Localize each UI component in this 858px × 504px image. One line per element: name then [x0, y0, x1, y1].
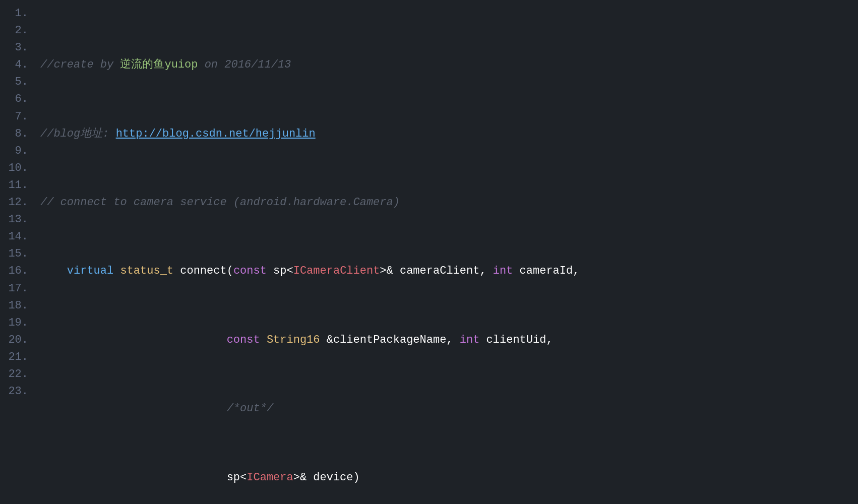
- code-line-4: virtual status_t connect(const sp<ICamer…: [40, 263, 848, 280]
- line-num-4: 4.: [8, 56, 28, 74]
- line-num-6: 6.: [8, 91, 28, 108]
- line-num-11: 11.: [8, 177, 28, 194]
- line-num-10: 10.: [8, 160, 28, 177]
- line-num-8: 8.: [8, 125, 28, 143]
- line-num-14: 14.: [8, 228, 28, 245]
- code-line-5: const String16 &clientPackageName, int c…: [40, 332, 848, 349]
- line-num-2: 2.: [8, 22, 28, 39]
- line-num-13: 13.: [8, 211, 28, 228]
- line-num-18: 18.: [8, 297, 28, 314]
- line-num-23: 23.: [8, 383, 28, 400]
- line-num-9: 9.: [8, 143, 28, 160]
- line-num-5: 5.: [8, 74, 28, 91]
- line-num-16: 16.: [8, 263, 28, 280]
- line-num-21: 21.: [8, 349, 28, 366]
- line-num-15: 15.: [8, 245, 28, 263]
- code-line-7: sp<ICamera>& device): [40, 469, 848, 486]
- code-editor: 1. 2. 3. 4. 5. 6. 7. 8. 9. 10. 11. 12. 1…: [0, 0, 858, 504]
- line-num-20: 20.: [8, 332, 28, 349]
- line-num-7: 7.: [8, 108, 28, 125]
- code-line-1: //create by 逆流的鱼yuiop on 2016/11/13: [40, 56, 848, 74]
- line-num-22: 22.: [8, 366, 28, 383]
- code-line-2: //blog地址: http://blog.csdn.net/hejjunlin: [40, 125, 848, 143]
- line-num-12: 12.: [8, 194, 28, 211]
- line-num-17: 17.: [8, 280, 28, 297]
- code-line-6: /*out*/: [40, 400, 848, 417]
- code-line-3: // connect to camera service (android.ha…: [40, 194, 848, 211]
- line-num-1: 1.: [8, 5, 28, 22]
- line-numbers: 1. 2. 3. 4. 5. 6. 7. 8. 9. 10. 11. 12. 1…: [0, 5, 36, 504]
- code-body: //create by 逆流的鱼yuiop on 2016/11/13 //bl…: [36, 5, 858, 504]
- line-num-3: 3.: [8, 39, 28, 56]
- line-num-19: 19.: [8, 314, 28, 332]
